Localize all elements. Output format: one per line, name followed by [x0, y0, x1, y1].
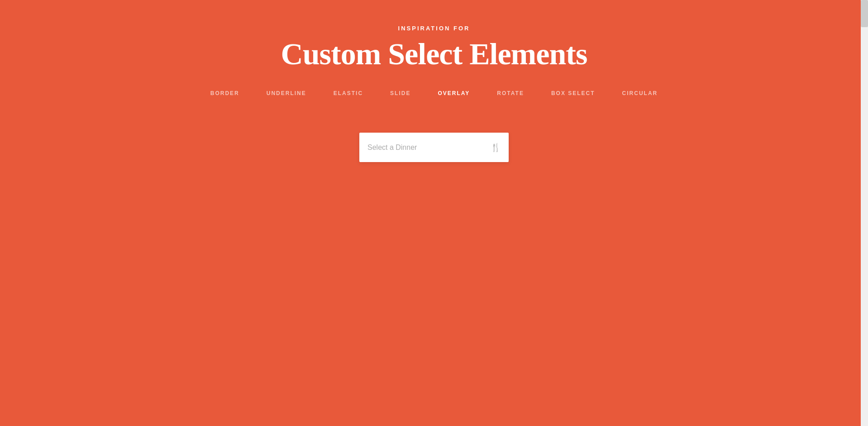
- scrollbar-thumb[interactable]: [861, 0, 868, 27]
- navigation-bar: BORDER UNDERLINE ELASTIC SLIDE OVERLAY R…: [210, 90, 658, 96]
- select-placeholder-text: Select a Dinner: [367, 144, 417, 152]
- page-subtitle: INSPIRATION FOR: [398, 25, 470, 32]
- nav-item-circular[interactable]: CIRCULAR: [622, 90, 658, 96]
- nav-item-box-select[interactable]: BOX SELECT: [551, 90, 595, 96]
- nav-item-elastic[interactable]: ELASTIC: [334, 90, 363, 96]
- main-container: INSPIRATION FOR Custom Select Elements B…: [0, 0, 868, 426]
- scrollbar-track[interactable]: [861, 0, 868, 426]
- nav-item-rotate[interactable]: ROTATE: [497, 90, 524, 96]
- dinner-select[interactable]: Select a Dinner 🍴: [359, 133, 509, 162]
- page-title: Custom Select Elements: [281, 36, 587, 72]
- fork-knife-icon: 🍴: [491, 143, 501, 153]
- nav-item-slide[interactable]: SLIDE: [390, 90, 410, 96]
- nav-item-border[interactable]: BORDER: [210, 90, 239, 96]
- nav-item-underline[interactable]: UNDERLINE: [267, 90, 306, 96]
- nav-item-overlay[interactable]: OVERLAY: [438, 90, 470, 96]
